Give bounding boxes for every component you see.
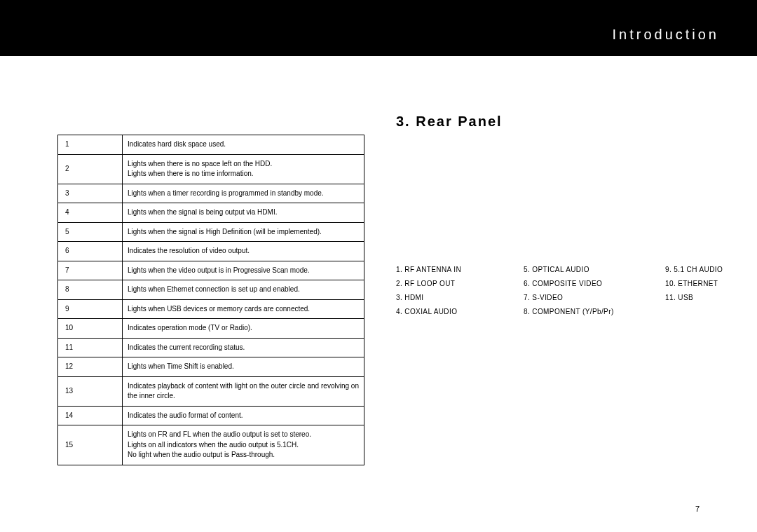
table-row: 4Lights when the signal is being output … <box>58 203 364 223</box>
row-number: 7 <box>58 261 123 280</box>
table-row: 8Lights when Ethernet connection is set … <box>58 280 364 300</box>
port-item: 5. OPTICAL AUDIO <box>524 263 665 277</box>
row-description: Lights when a timer recording is program… <box>123 184 364 203</box>
row-description: Indicates hard disk space used. <box>123 135 364 155</box>
table-row: 1Indicates hard disk space used. <box>58 135 364 155</box>
port-item: 6. COMPOSITE VIDEO <box>524 277 665 291</box>
table-row: 11Indicates the current recording status… <box>58 338 364 357</box>
row-description: Indicates operation mode (TV or Radio). <box>123 319 364 339</box>
port-item: 9. 5.1 CH AUDIO <box>665 263 723 277</box>
row-number: 9 <box>58 299 123 319</box>
port-column-2: 5. OPTICAL AUDIO6. COMPOSITE VIDEO7. S-V… <box>524 263 665 319</box>
row-number: 8 <box>58 280 123 300</box>
row-number: 10 <box>58 319 123 339</box>
left-column: 1Indicates hard disk space used.2Lights … <box>0 56 378 465</box>
table-row: 9Lights when USB devices or memory cards… <box>58 299 364 319</box>
row-description: Lights on FR and FL when the audio outpu… <box>123 425 364 465</box>
row-number: 11 <box>58 338 123 357</box>
row-description: Lights when the signal is being output v… <box>123 203 364 223</box>
row-number: 6 <box>58 242 123 261</box>
row-number: 3 <box>58 184 123 203</box>
row-number: 1 <box>58 135 123 155</box>
row-number: 12 <box>58 357 123 377</box>
chapter-header-bar: Introduction <box>0 0 757 56</box>
table-row: 10Indicates operation mode (TV or Radio)… <box>58 319 364 339</box>
row-description: Lights when Time Shift is enabled. <box>123 357 364 377</box>
row-number: 2 <box>58 154 123 184</box>
port-column-1: 1. RF ANTENNA IN2. RF LOOP OUT3. HDMI4. … <box>396 263 524 319</box>
port-item: 2. RF LOOP OUT <box>396 277 524 291</box>
table-row: 13Indicates playback of content with lig… <box>58 376 364 406</box>
port-column-3: 9. 5.1 CH AUDIO10. ETHERNET11. USB <box>665 263 723 319</box>
table-row: 12Lights when Time Shift is enabled. <box>58 357 364 377</box>
row-number: 13 <box>58 376 123 406</box>
row-number: 4 <box>58 203 123 223</box>
row-number: 14 <box>58 406 123 425</box>
row-description: Indicates the resolution of video output… <box>123 242 364 261</box>
section-heading: 3. Rear Panel <box>396 114 719 130</box>
row-description: Lights when the video output is in Progr… <box>123 261 364 280</box>
right-column: 3. Rear Panel 1. RF ANTENNA IN2. RF LOOP… <box>378 56 757 465</box>
row-description: Lights when USB devices or memory cards … <box>123 299 364 319</box>
table-row: 7Lights when the video output is in Prog… <box>58 261 364 280</box>
rear-panel-port-list: 1. RF ANTENNA IN2. RF LOOP OUT3. HDMI4. … <box>396 263 719 319</box>
table-row: 14Indicates the audio format of content. <box>58 406 364 425</box>
row-description: Indicates playback of content with light… <box>123 376 364 406</box>
port-item: 11. USB <box>665 291 723 305</box>
table-row: 2Lights when there is no space left on t… <box>58 154 364 184</box>
table-row: 3Lights when a timer recording is progra… <box>58 184 364 203</box>
row-number: 15 <box>58 425 123 465</box>
row-description: Indicates the current recording status. <box>123 338 364 357</box>
chapter-title: Introduction <box>612 27 719 43</box>
port-item: 10. ETHERNET <box>665 277 723 291</box>
table-row: 6Indicates the resolution of video outpu… <box>58 242 364 261</box>
indicator-table: 1Indicates hard disk space used.2Lights … <box>57 135 364 465</box>
port-item: 3. HDMI <box>396 291 524 305</box>
table-row: 5Lights when the signal is High Definiti… <box>58 222 364 242</box>
port-item: 8. COMPONENT (Y/Pb/Pr) <box>524 305 665 319</box>
port-item: 1. RF ANTENNA IN <box>396 263 524 277</box>
table-row: 15Lights on FR and FL when the audio out… <box>58 425 364 465</box>
page-number: 7 <box>695 505 700 513</box>
page-body: 1Indicates hard disk space used.2Lights … <box>0 56 757 465</box>
row-description: Indicates the audio format of content. <box>123 406 364 425</box>
row-description: Lights when there is no space left on th… <box>123 154 364 184</box>
row-number: 5 <box>58 222 123 242</box>
port-item: 4. COXIAL AUDIO <box>396 305 524 319</box>
row-description: Lights when Ethernet connection is set u… <box>123 280 364 300</box>
port-item: 7. S-VIDEO <box>524 291 665 305</box>
row-description: Lights when the signal is High Definitio… <box>123 222 364 242</box>
